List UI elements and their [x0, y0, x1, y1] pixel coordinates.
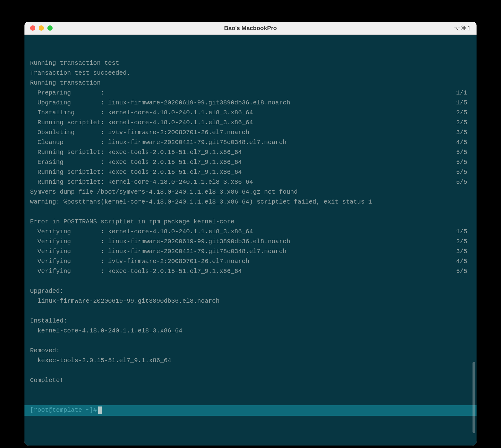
line-counter: 1/1	[456, 88, 471, 98]
line-text: Verifying : ivtv-firmware-2:20080701-26.…	[30, 257, 249, 266]
line-text: Upgrading : linux-firmware-20200619-99.g…	[30, 98, 290, 108]
line-text	[30, 207, 34, 217]
prompt-line[interactable]: [root@template ~]#	[24, 405, 477, 416]
terminal-line	[30, 276, 471, 286]
line-text: Error in POSTTRANS scriptlet in rpm pack…	[30, 217, 234, 227]
terminal-line: Transaction test succeeded.	[30, 68, 471, 78]
close-icon[interactable]	[30, 25, 35, 31]
line-text: Preparing :	[30, 88, 104, 98]
line-text: Installing : kernel-core-4.18.0-240.1.1.…	[30, 108, 253, 118]
terminal-line: Running transaction test	[30, 58, 471, 68]
terminal-line: Installing : kernel-core-4.18.0-240.1.1.…	[30, 108, 471, 118]
line-counter: 4/5	[456, 257, 471, 266]
line-text	[30, 306, 34, 316]
line-text: Complete!	[30, 376, 63, 385]
line-text: Upgraded:	[30, 286, 63, 296]
terminal-line: Verifying : linux-firmware-20200619-99.g…	[30, 237, 471, 247]
terminal-line: Removed:	[30, 346, 471, 356]
line-counter: 1/5	[456, 98, 471, 108]
terminal-line: Obsoleting : ivtv-firmware-2:20080701-26…	[30, 128, 471, 138]
terminal-line: Verifying : linux-firmware-20200421-79.g…	[30, 247, 471, 257]
line-text: warning: %posttrans(kernel-core-4.18.0-2…	[30, 197, 372, 207]
line-text: kernel-core-4.18.0-240.1.1.el8_3.x86_64	[30, 326, 182, 336]
line-counter: 2/5	[456, 108, 471, 118]
line-text	[30, 366, 34, 376]
line-counter: 5/5	[456, 157, 471, 167]
line-text: Verifying : linux-firmware-20200619-99.g…	[30, 237, 290, 247]
line-text: Cleanup : linux-firmware-20200421-79.git…	[30, 138, 286, 147]
terminal-line: linux-firmware-20200619-99.git3890db36.e…	[30, 296, 471, 306]
window-title: Bao's MacbookPro	[24, 25, 477, 32]
line-text: Running transaction	[30, 78, 101, 88]
terminal-line: Symvers dump file /boot/symvers-4.18.0-2…	[30, 187, 471, 197]
terminal-line: Verifying : kernel-core-4.18.0-240.1.1.e…	[30, 227, 471, 237]
terminal-line	[30, 336, 471, 346]
line-text: Verifying : linux-firmware-20200421-79.g…	[30, 247, 286, 257]
terminal-line: Running scriptlet: kexec-tools-2.0.15-51…	[30, 167, 471, 177]
terminal-line: Preparing :1/1	[30, 88, 471, 98]
terminal-body[interactable]: Running transaction testTransaction test…	[24, 35, 477, 446]
terminal-line: Running scriptlet: kernel-core-4.18.0-24…	[30, 118, 471, 128]
terminal-line: Error in POSTTRANS scriptlet in rpm pack…	[30, 217, 471, 227]
line-text: Erasing : kexec-tools-2.0.15-51.el7_9.1.…	[30, 157, 242, 167]
line-counter: 5/5	[456, 177, 471, 187]
line-counter: 5/5	[456, 167, 471, 177]
line-text: Running scriptlet: kernel-core-4.18.0-24…	[30, 177, 253, 187]
line-counter: 5/5	[456, 147, 471, 157]
line-text: Installed:	[30, 316, 67, 326]
titlebar[interactable]: Bao's MacbookPro ⌥⌘1	[24, 22, 477, 35]
prompt-text: [root@template ~]#	[30, 405, 97, 415]
line-text: Running scriptlet: kexec-tools-2.0.15-51…	[30, 167, 242, 177]
line-counter: 4/5	[456, 138, 471, 147]
line-text	[30, 336, 34, 346]
scrollbar-thumb[interactable]	[473, 362, 475, 433]
line-text: Running scriptlet: kernel-core-4.18.0-24…	[30, 118, 253, 128]
line-text: Obsoleting : ivtv-firmware-2:20080701-26…	[30, 128, 249, 138]
cursor-icon	[98, 406, 102, 414]
terminal-line	[30, 306, 471, 316]
terminal-line: Installed:	[30, 316, 471, 326]
terminal-line: Running transaction	[30, 78, 471, 88]
terminal-line: Cleanup : linux-firmware-20200421-79.git…	[30, 138, 471, 147]
line-text: kexec-tools-2.0.15-51.el7_9.1.x86_64	[30, 356, 171, 366]
terminal-line: warning: %posttrans(kernel-core-4.18.0-2…	[30, 197, 471, 207]
terminal-line: Upgrading : linux-firmware-20200619-99.g…	[30, 98, 471, 108]
line-text	[30, 276, 34, 286]
line-counter: 5/5	[456, 266, 471, 276]
line-text: Running transaction test	[30, 58, 119, 68]
window-shortcut: ⌥⌘1	[453, 24, 471, 32]
terminal-line: kexec-tools-2.0.15-51.el7_9.1.x86_64	[30, 356, 471, 366]
line-text: Removed:	[30, 346, 60, 356]
line-text: Transaction test succeeded.	[30, 68, 130, 78]
minimize-icon[interactable]	[39, 25, 44, 31]
line-counter: 3/5	[456, 247, 471, 257]
terminal-window: Bao's MacbookPro ⌥⌘1 Running transaction…	[24, 22, 477, 446]
line-counter: 2/5	[456, 237, 471, 247]
line-counter: 2/5	[456, 118, 471, 128]
line-text: Running scriptlet: kexec-tools-2.0.15-51…	[30, 147, 242, 157]
maximize-icon[interactable]	[47, 25, 53, 31]
terminal-line: kernel-core-4.18.0-240.1.1.el8_3.x86_64	[30, 326, 471, 336]
terminal-line: Verifying : ivtv-firmware-2:20080701-26.…	[30, 257, 471, 266]
terminal-line: Complete!	[30, 376, 471, 385]
terminal-line: Verifying : kexec-tools-2.0.15-51.el7_9.…	[30, 266, 471, 276]
line-text: Verifying : kexec-tools-2.0.15-51.el7_9.…	[30, 266, 242, 276]
line-text: Verifying : kernel-core-4.18.0-240.1.1.e…	[30, 227, 253, 237]
traffic-lights	[24, 25, 53, 31]
line-text: linux-firmware-20200619-99.git3890db36.e…	[30, 296, 220, 306]
terminal-line: Erasing : kexec-tools-2.0.15-51.el7_9.1.…	[30, 157, 471, 167]
terminal-line: Upgraded:	[30, 286, 471, 296]
terminal-line: Running scriptlet: kernel-core-4.18.0-24…	[30, 177, 471, 187]
line-text: Symvers dump file /boot/symvers-4.18.0-2…	[30, 187, 298, 197]
terminal-line	[30, 207, 471, 217]
line-counter: 3/5	[456, 128, 471, 138]
terminal-line	[30, 366, 471, 376]
line-counter: 1/5	[456, 227, 471, 237]
terminal-line: Running scriptlet: kexec-tools-2.0.15-51…	[30, 147, 471, 157]
